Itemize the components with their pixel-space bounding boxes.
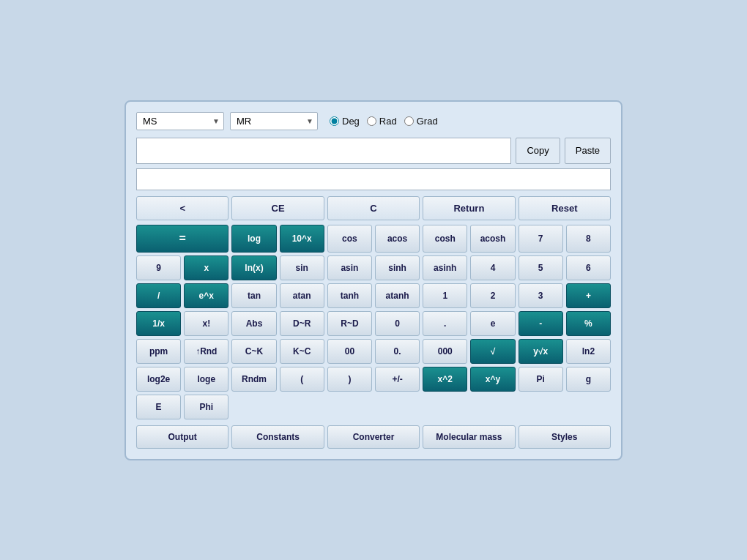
tab-converter[interactable]: Converter: [327, 425, 420, 449]
6-button[interactable]: 6: [566, 255, 611, 280]
paste-button[interactable]: Paste: [565, 138, 611, 164]
sinh-button[interactable]: sinh: [375, 255, 420, 280]
g-button[interactable]: g: [566, 367, 611, 392]
tan-button[interactable]: tan: [231, 283, 276, 308]
abs-button[interactable]: Abs: [231, 311, 276, 336]
7-button[interactable]: 7: [519, 225, 563, 253]
ysqrtx-button[interactable]: y√x: [519, 339, 563, 364]
main-display[interactable]: [136, 138, 511, 164]
lparen-button[interactable]: (: [280, 367, 324, 392]
0dot-button[interactable]: 0.: [375, 339, 420, 364]
grad-radio[interactable]: [404, 116, 414, 126]
bigE-button[interactable]: E: [136, 395, 181, 419]
atan-button[interactable]: atan: [280, 283, 324, 308]
calculator: MS M+ M- MC MR M1 M2 M3 Deg Rad: [124, 100, 622, 460]
rad-text: Rad: [379, 116, 397, 127]
return-button[interactable]: Return: [423, 196, 515, 220]
tab-styles[interactable]: Styles: [519, 425, 611, 449]
tab-constants[interactable]: Constants: [231, 425, 324, 449]
plus-button[interactable]: +: [566, 283, 611, 308]
log-button[interactable]: log: [231, 225, 276, 253]
percent-button[interactable]: %: [566, 311, 611, 336]
grad-label[interactable]: Grad: [404, 116, 438, 127]
0-button[interactable]: 0: [375, 311, 420, 336]
tab-output[interactable]: Output: [136, 425, 228, 449]
plusminus-button[interactable]: +/-: [375, 367, 420, 392]
x-button[interactable]: x: [184, 255, 228, 280]
pi-button[interactable]: Pi: [519, 367, 563, 392]
ms-dropdown-wrap: MS M+ M- MC: [136, 112, 224, 130]
4-button[interactable]: 4: [470, 255, 515, 280]
grad-text: Grad: [417, 116, 438, 127]
equals-button[interactable]: =: [136, 225, 228, 253]
ce-button[interactable]: CE: [231, 196, 324, 220]
asin-button[interactable]: asin: [327, 255, 372, 280]
cosh-button[interactable]: cosh: [423, 225, 467, 253]
tab-molecular-mass[interactable]: Molecular mass: [423, 425, 515, 449]
divide-button[interactable]: /: [136, 283, 181, 308]
display-section: Copy Paste: [136, 138, 611, 164]
control-row: < CE C Return Reset: [136, 196, 611, 220]
sqrt-button[interactable]: √: [470, 339, 515, 364]
ms-dropdown[interactable]: MS M+ M- MC: [136, 112, 224, 130]
deg-label[interactable]: Deg: [330, 116, 360, 127]
rad-label[interactable]: Rad: [367, 116, 397, 127]
reciprocal-button[interactable]: 1/x: [136, 311, 181, 336]
minus-button[interactable]: -: [519, 311, 563, 336]
8-button[interactable]: 8: [566, 225, 611, 253]
rad-radio[interactable]: [367, 116, 376, 126]
log2e-button[interactable]: log2e: [136, 367, 181, 392]
ktoc-button[interactable]: K~C: [280, 339, 324, 364]
xpy-button[interactable]: x^y: [470, 367, 515, 392]
atanh-button[interactable]: atanh: [375, 283, 420, 308]
e-button[interactable]: e: [470, 311, 515, 336]
top-row: MS M+ M- MC MR M1 M2 M3 Deg Rad: [136, 112, 611, 130]
round-button[interactable]: ↑Rnd: [184, 339, 228, 364]
ppm-button[interactable]: ppm: [136, 339, 181, 364]
ctok-button[interactable]: C~K: [231, 339, 276, 364]
deg-text: Deg: [342, 116, 360, 127]
c-button[interactable]: C: [327, 196, 420, 220]
epx-button[interactable]: e^x: [184, 283, 228, 308]
factorial-button[interactable]: x!: [184, 311, 228, 336]
5-button[interactable]: 5: [519, 255, 563, 280]
phi-button[interactable]: Phi: [184, 395, 228, 419]
rtod-button[interactable]: R~D: [327, 311, 372, 336]
backspace-button[interactable]: <: [136, 196, 228, 220]
lnx-button[interactable]: ln(x): [231, 255, 276, 280]
bottom-tabs: Output Constants Converter Molecular mas…: [136, 425, 611, 449]
cos-button[interactable]: cos: [327, 225, 372, 253]
acos-button[interactable]: acos: [375, 225, 420, 253]
asinh-button[interactable]: asinh: [423, 255, 467, 280]
buttons-grid: = log 10^x cos acos cosh acosh 7 8 9 x l…: [136, 225, 611, 419]
dot-button[interactable]: .: [423, 311, 467, 336]
rndm-button[interactable]: Rndm: [231, 367, 276, 392]
copy-button[interactable]: Copy: [516, 138, 560, 164]
10px-button[interactable]: 10^x: [280, 225, 324, 253]
tanh-button[interactable]: tanh: [327, 283, 372, 308]
1-button[interactable]: 1: [423, 283, 467, 308]
angle-group: Deg Rad Grad: [330, 116, 438, 127]
dtor-button[interactable]: D~R: [280, 311, 324, 336]
2-button[interactable]: 2: [470, 283, 515, 308]
3-button[interactable]: 3: [519, 283, 563, 308]
reset-button[interactable]: Reset: [519, 196, 611, 220]
rparen-button[interactable]: ): [327, 367, 372, 392]
loge-button[interactable]: loge: [184, 367, 228, 392]
xsq-button[interactable]: x^2: [423, 367, 467, 392]
mr-dropdown-wrap: MR M1 M2 M3: [230, 112, 318, 130]
000-button[interactable]: 000: [423, 339, 467, 364]
acosh-button[interactable]: acosh: [470, 225, 515, 253]
sin-button[interactable]: sin: [280, 255, 324, 280]
ln2-button[interactable]: ln2: [566, 339, 611, 364]
9-button[interactable]: 9: [136, 255, 181, 280]
mr-dropdown[interactable]: MR M1 M2 M3: [230, 112, 318, 130]
00-button[interactable]: 00: [327, 339, 372, 364]
deg-radio[interactable]: [330, 116, 339, 126]
secondary-display: [136, 168, 611, 190]
